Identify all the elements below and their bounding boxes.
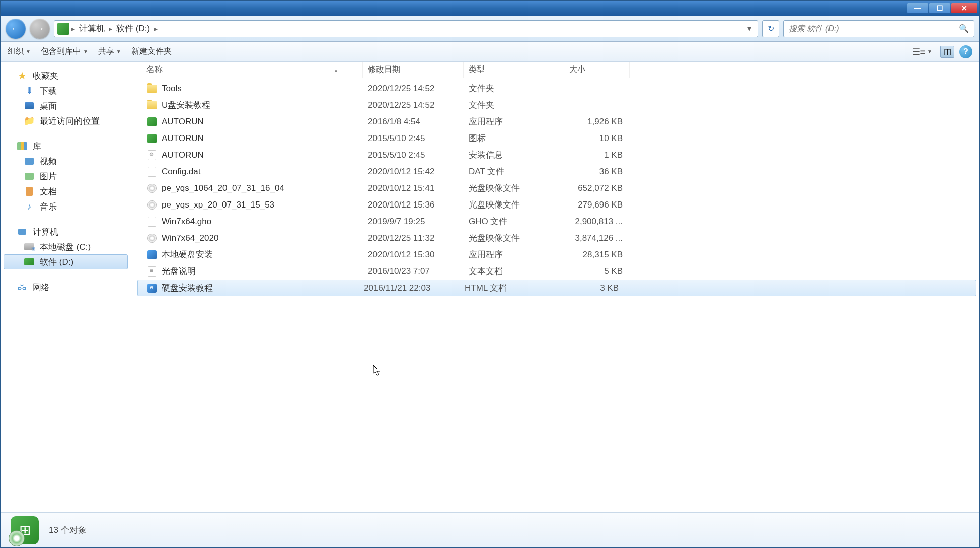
download-icon: ⬇	[24, 85, 35, 96]
file-row[interactable]: 硬盘安装教程2016/11/21 22:03HTML 文档3 KB	[137, 280, 976, 296]
file-size: 279,696 KB	[564, 200, 630, 210]
recent-icon: 📁	[24, 115, 35, 126]
file-date: 2015/5/10 2:45	[363, 150, 464, 160]
explorer-window: — ☐ ✕ ← → ▸ 计算机 ▸ 软件 (D:) ▸ ▾ ↻ 🔍 组织▼ 包含…	[0, 0, 980, 548]
file-row[interactable]: 本地硬盘安装2020/10/12 15:30应用程序28,315 KB	[131, 246, 979, 263]
breadcrumb-drive[interactable]: 软件 (D:)	[114, 23, 152, 34]
organize-menu[interactable]: 组织▼	[8, 46, 31, 57]
sidebar-music[interactable]: ♪音乐	[1, 199, 131, 214]
file-type-icon	[146, 199, 158, 211]
file-row[interactable]: pe_yqs_xp_20_07_31_15_532020/10/12 15:36…	[131, 196, 979, 213]
sidebar-label: 计算机	[33, 226, 58, 238]
sidebar-network-header[interactable]: 🖧网络	[1, 280, 131, 295]
help-button[interactable]: ?	[959, 45, 972, 58]
new-folder-button[interactable]: 新建文件夹	[131, 46, 172, 57]
address-dropdown-icon[interactable]: ▾	[744, 24, 755, 33]
search-box[interactable]: 🔍	[783, 20, 974, 37]
back-button[interactable]: ←	[6, 19, 26, 39]
column-header-date[interactable]: 修改日期	[363, 62, 464, 78]
view-mode-button[interactable]: ☰≡▼	[909, 45, 935, 58]
file-row[interactable]: Win7x64.gho2019/9/7 19:25GHO 文件2,900,813…	[131, 213, 979, 230]
file-row[interactable]: 光盘说明2016/10/23 7:07文本文档5 KB	[131, 263, 979, 280]
sidebar-label: 库	[33, 141, 41, 152]
navbar: ← → ▸ 计算机 ▸ 软件 (D:) ▸ ▾ ↻ 🔍	[1, 16, 979, 42]
file-type-icon	[146, 83, 158, 94]
file-size: 2,900,813 ...	[564, 217, 630, 227]
maximize-button[interactable]: ☐	[929, 3, 950, 13]
refresh-button[interactable]: ↻	[762, 20, 779, 37]
file-row[interactable]: AUTORUN2016/1/8 4:54应用程序1,926 KB	[131, 113, 979, 130]
sidebar-computer-header[interactable]: 计算机	[1, 224, 131, 239]
forward-arrow-icon: →	[35, 23, 45, 34]
file-name-text: 本地硬盘安装	[162, 249, 213, 260]
sidebar-videos[interactable]: 视频	[1, 154, 131, 169]
file-type: 图标	[464, 132, 564, 144]
status-text: 13 个对象	[49, 524, 87, 536]
breadcrumb-computer[interactable]: 计算机	[77, 23, 107, 34]
column-label: 大小	[569, 64, 585, 75]
file-size: 3,874,126 ...	[564, 233, 630, 243]
column-header-name[interactable]: 名称▴	[141, 62, 363, 78]
file-row[interactable]: Config.dat2020/10/12 15:42DAT 文件36 KB	[131, 163, 979, 180]
sidebar-label: 软件 (D:)	[40, 256, 73, 268]
include-in-library-menu[interactable]: 包含到库中▼	[41, 46, 88, 57]
column-header-type[interactable]: 类型	[464, 62, 564, 78]
image-icon	[24, 171, 35, 182]
file-type-icon	[146, 249, 158, 260]
file-name-text: pe_yqs_xp_20_07_31_15_53	[162, 200, 274, 210]
file-date: 2016/10/23 7:07	[363, 266, 464, 277]
sidebar-recent[interactable]: 📁最近访问的位置	[1, 113, 131, 128]
include-label: 包含到库中	[41, 46, 81, 57]
file-date: 2020/12/25 14:52	[363, 100, 464, 110]
file-pane: 名称▴ 修改日期 类型 大小 Tools2020/12/25 14:52文件夹U…	[131, 62, 979, 512]
file-row[interactable]: pe_yqs_1064_20_07_31_16_042020/10/12 15:…	[131, 180, 979, 196]
file-type: 文件夹	[464, 99, 564, 111]
sidebar-label: 网络	[33, 282, 50, 293]
file-name-text: AUTORUN	[162, 133, 204, 144]
file-name-text: Win7x64.gho	[162, 217, 211, 227]
search-input[interactable]	[789, 24, 959, 33]
sidebar-libraries-header[interactable]: 库	[1, 139, 131, 154]
column-header-size[interactable]: 大小	[564, 62, 630, 78]
back-arrow-icon: ←	[11, 23, 21, 34]
sidebar-desktop[interactable]: 桌面	[1, 98, 131, 113]
preview-pane-button[interactable]: ◫	[940, 46, 954, 58]
sidebar-downloads[interactable]: ⬇下载	[1, 83, 131, 98]
sidebar-drive-d[interactable]: 软件 (D:)	[4, 254, 128, 269]
close-button[interactable]: ✕	[951, 3, 977, 13]
sidebar-label: 音乐	[40, 201, 57, 213]
breadcrumb-sep-icon: ▸	[109, 25, 112, 33]
sidebar-favorites-header[interactable]: ★收藏夹	[1, 68, 131, 83]
file-date: 2016/11/21 22:03	[359, 283, 460, 293]
file-type: 安装信息	[464, 149, 564, 161]
file-type: 光盘映像文件	[464, 232, 564, 244]
close-icon: ✕	[961, 4, 967, 12]
file-row[interactable]: AUTORUN2015/5/10 2:45安装信息1 KB	[131, 147, 979, 163]
file-size: 652,072 KB	[564, 183, 630, 193]
file-date: 2019/9/7 19:25	[363, 217, 464, 227]
list-view-icon: ☰≡	[912, 46, 926, 57]
file-name-text: 光盘说明	[162, 265, 196, 277]
address-bar[interactable]: ▸ 计算机 ▸ 软件 (D:) ▸ ▾	[54, 20, 758, 37]
file-row[interactable]: U盘安装教程2020/12/25 14:52文件夹	[131, 97, 979, 113]
file-row[interactable]: Tools2020/12/25 14:52文件夹	[131, 80, 979, 97]
file-row[interactable]: AUTORUN2015/5/10 2:45图标10 KB	[131, 130, 979, 147]
file-type-icon	[146, 216, 158, 227]
minimize-button[interactable]: —	[907, 3, 928, 13]
file-type: HTML 文档	[460, 282, 560, 294]
chevron-down-icon: ▼	[927, 49, 932, 54]
sidebar-drive-c[interactable]: 本地磁盘 (C:)	[1, 239, 131, 254]
sidebar-documents[interactable]: 文档	[1, 184, 131, 199]
file-type-icon	[146, 283, 158, 294]
document-icon	[24, 186, 35, 197]
help-icon: ?	[963, 47, 968, 56]
computer-icon	[17, 226, 28, 237]
sidebar-pictures[interactable]: 图片	[1, 169, 131, 184]
file-list[interactable]: Tools2020/12/25 14:52文件夹U盘安装教程2020/12/25…	[131, 78, 979, 512]
share-menu[interactable]: 共享▼	[98, 46, 121, 57]
forward-button[interactable]: →	[30, 19, 50, 39]
titlebar: — ☐ ✕	[1, 1, 979, 16]
file-name-text: Win7x64_2020	[162, 233, 218, 243]
column-headers: 名称▴ 修改日期 类型 大小	[131, 62, 979, 78]
file-row[interactable]: Win7x64_20202020/12/25 11:32光盘映像文件3,874,…	[131, 230, 979, 246]
